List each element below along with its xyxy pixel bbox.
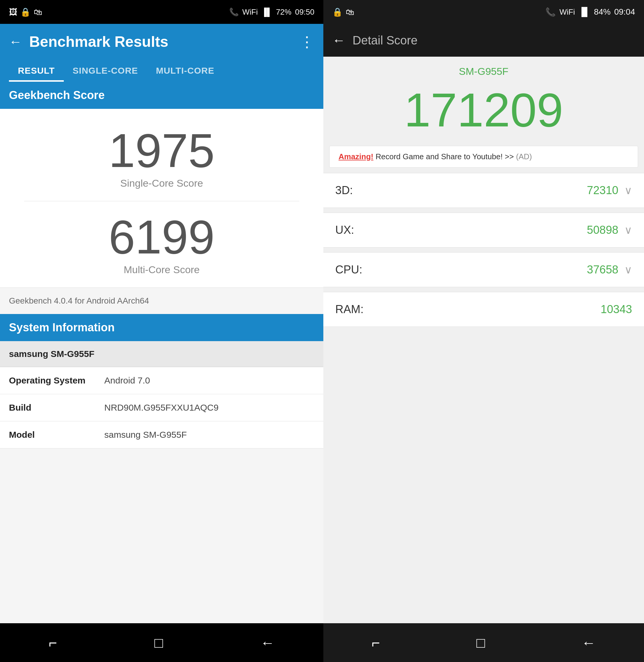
score-card-ux-right: 50898 ∨ — [587, 224, 632, 237]
filler-right — [323, 329, 644, 623]
status-right-info: 📞 WiFi ▐▌ 72% 09:50 — [229, 7, 315, 17]
recent-apps-button-left[interactable]: ⌐ — [49, 635, 57, 651]
nav-bar-right: ⌐ □ ← — [323, 623, 644, 662]
chevron-icon-ux: ∨ — [624, 224, 632, 237]
geekbench-score-title: Geekbench Score — [9, 89, 105, 102]
time-left: 09:50 — [295, 7, 315, 17]
lock-icon-right: 🔒 — [332, 7, 343, 17]
chevron-icon-3d: ∨ — [624, 184, 632, 197]
score-card-ram-right: 10343 — [600, 303, 632, 316]
device-name-row: samsung SM-G955F — [0, 341, 323, 367]
chevron-icon-cpu: ∨ — [624, 264, 632, 276]
tabs-bar: RESULT SINGLE-CORE MULTI-CORE — [0, 60, 323, 82]
sysinfo-row-model: Model samsung SM-G955F — [0, 421, 323, 448]
phone-icon: 📞 — [229, 7, 239, 17]
scores-area: 1975 Single-Core Score 6199 Multi-Core S… — [0, 109, 323, 287]
detail-score-title: Detail Score — [352, 34, 417, 47]
wifi-icon: WiFi — [242, 7, 258, 17]
main-score-area: 171209 — [323, 83, 644, 143]
app-bar-right: ← Detail Score — [323, 24, 644, 57]
wifi-icon-right: WiFi — [559, 7, 575, 17]
back-nav-button-right[interactable]: ← — [581, 635, 596, 651]
sysinfo-val-model: samsung SM-G955F — [104, 430, 315, 440]
tab-single-core[interactable]: SINGLE-CORE — [64, 60, 147, 82]
score-card-ram[interactable]: RAM: 10343 — [323, 292, 644, 327]
system-info-title: System Information — [9, 321, 115, 334]
geekbench-version: Geekbench 4.0.4 for Android AArch64 — [0, 287, 323, 314]
status-bar-left: 🖼 🔒 🛍 📞 WiFi ▐▌ 72% 09:50 — [0, 0, 323, 24]
photo-icon: 🖼 — [9, 7, 17, 17]
sysinfo-key-build: Build — [9, 402, 104, 413]
app-bar-left: ← Benchmark Results ⋮ — [0, 24, 323, 60]
sysinfo-key-model: Model — [9, 430, 104, 440]
status-right-left-icons: 🔒 🛍 — [332, 7, 354, 17]
lock-icon: 🔒 — [20, 7, 31, 17]
right-panel: 🔒 🛍 📞 WiFi ▐▌ 84% 09:04 ← Detail Score S… — [323, 0, 644, 662]
main-score: 171209 — [404, 86, 563, 134]
score-card-cpu[interactable]: CPU: 37658 ∨ — [323, 252, 644, 287]
battery-percent-left: 72% — [276, 7, 292, 17]
multi-core-label: Multi-Core Score — [124, 264, 200, 275]
device-name-right: SM-G955F — [459, 66, 508, 77]
score-card-cpu-label: CPU: — [335, 263, 362, 276]
ad-amazing-text: Amazing! — [339, 152, 373, 161]
system-info-header: System Information — [0, 314, 323, 341]
back-button-left[interactable]: ← — [9, 34, 22, 49]
time-right: 09:04 — [614, 7, 635, 17]
score-card-3d[interactable]: 3D: 72310 ∨ — [323, 173, 644, 208]
score-card-ux-value: 50898 — [587, 224, 618, 237]
status-right-right-icons: 📞 WiFi ▐▌ 84% 09:04 — [545, 7, 635, 17]
status-bar-right: 🔒 🛍 📞 WiFi ▐▌ 84% 09:04 — [323, 0, 644, 24]
home-button-left[interactable]: □ — [154, 635, 163, 651]
app-bar-title-area: ← Benchmark Results — [9, 33, 168, 50]
ad-banner[interactable]: Amazing! Record Game and Share to Youtub… — [329, 146, 638, 168]
back-nav-button-left[interactable]: ← — [260, 635, 275, 651]
signal-icon-right: ▐▌ — [578, 7, 590, 17]
left-panel: 🖼 🔒 🛍 📞 WiFi ▐▌ 72% 09:50 ← Benchmark Re… — [0, 0, 323, 662]
score-card-ram-value: 10343 — [600, 303, 632, 316]
sysinfo-val-build: NRD90M.G955FXXU1AQC9 — [104, 402, 315, 413]
recent-apps-button-right[interactable]: ⌐ — [372, 635, 380, 651]
single-core-label: Single-Core Score — [120, 177, 203, 189]
single-core-score: 1975 — [109, 127, 215, 174]
sysinfo-row-build: Build NRD90M.G955FXXU1AQC9 — [0, 394, 323, 421]
more-options-button[interactable]: ⋮ — [299, 33, 315, 50]
sysinfo-val-os: Android 7.0 — [104, 375, 315, 385]
ad-label: (AD) — [516, 152, 532, 161]
tab-multi-core[interactable]: MULTI-CORE — [147, 60, 223, 82]
bag-icon-right: 🛍 — [346, 7, 354, 17]
home-button-right[interactable]: □ — [477, 635, 485, 651]
ad-body-text: Record Game and Share to Youtube! >> — [375, 152, 514, 161]
nav-bar-left: ⌐ □ ← — [0, 623, 323, 662]
app-title-left: Benchmark Results — [29, 33, 168, 50]
back-button-right[interactable]: ← — [332, 33, 345, 48]
score-card-3d-value: 72310 — [587, 184, 618, 197]
score-card-ux-label: UX: — [335, 224, 354, 237]
score-card-cpu-right: 37658 ∨ — [587, 263, 632, 276]
sysinfo-key-os: Operating System — [9, 375, 104, 385]
device-name-area: SM-G955F — [323, 57, 644, 83]
bag-icon: 🛍 — [34, 7, 42, 17]
sysinfo-row-os: Operating System Android 7.0 — [0, 367, 323, 394]
battery-percent-right: 84% — [594, 7, 611, 17]
system-info-table: Operating System Android 7.0 Build NRD90… — [0, 367, 323, 448]
signal-icon: ▐▌ — [261, 7, 272, 17]
multi-core-score: 6199 — [109, 213, 215, 261]
tab-result[interactable]: RESULT — [9, 60, 64, 82]
score-card-3d-label: 3D: — [335, 184, 353, 197]
status-left-icons: 🖼 🔒 🛍 — [9, 7, 42, 17]
score-card-3d-right: 72310 ∨ — [587, 184, 632, 197]
phone-icon-right: 📞 — [545, 7, 556, 17]
score-card-cpu-value: 37658 — [587, 263, 618, 276]
score-divider — [24, 201, 299, 201]
score-card-ram-label: RAM: — [335, 303, 364, 316]
geekbench-score-header: Geekbench Score — [0, 82, 323, 109]
score-card-ux[interactable]: UX: 50898 ∨ — [323, 213, 644, 247]
